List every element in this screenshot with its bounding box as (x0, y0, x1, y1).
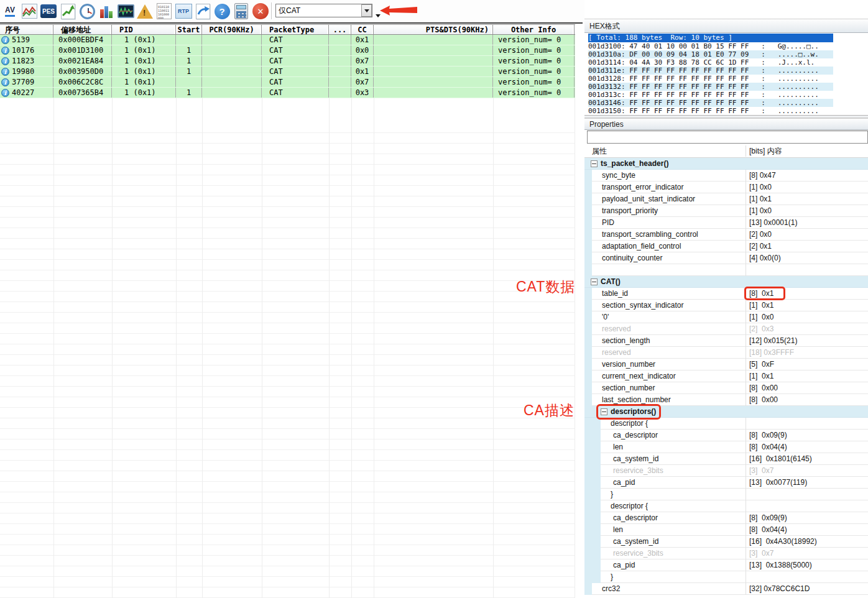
rtp-icon[interactable]: RTP (175, 2, 192, 20)
packet-filter-dropdown[interactable]: 仅CAT (275, 4, 372, 17)
property-row[interactable]: ca_descriptor[8] 0x09(9) (584, 512, 868, 524)
property-row[interactable]: current_next_indicator[1] 0x1 (584, 370, 868, 382)
property-name: section_syntax_indicator (602, 301, 683, 310)
cell-pid: 1 (0x1) (112, 56, 176, 66)
warning-icon[interactable]: ! (136, 2, 154, 20)
column-header-cc[interactable]: CC (351, 25, 374, 34)
property-row[interactable]: ca_pid[13] 0x0077(119) (584, 477, 868, 489)
pes-icon[interactable]: PES (40, 2, 57, 20)
info-icon[interactable]: i (1, 68, 9, 76)
cell-more (329, 88, 351, 98)
hex-row[interactable]: 001d313c: FF FF FF FF FF FF FF FF FF FF … (588, 91, 833, 99)
info-icon[interactable]: i (1, 47, 9, 55)
column-header-more[interactable]: ... (329, 25, 351, 34)
property-row[interactable]: transport_error_indicator[1] 0x0 (584, 182, 868, 193)
hex-row[interactable]: 001d3132: FF FF FF FF FF FF FF FF FF FF … (588, 83, 833, 91)
property-row[interactable]: adaptation_field_control[2] 0x1 (584, 241, 868, 252)
tree-indent (584, 524, 592, 536)
property-row[interactable]: '0'[1] 0x0 (584, 311, 868, 323)
property-group-row[interactable]: descriptors() (584, 406, 868, 418)
property-row[interactable]: section_number[8] 0x00 (584, 382, 868, 394)
property-row[interactable]: ca_system_id[16] 0x4A30(18992) (584, 536, 868, 548)
property-row[interactable]: transport_scrambling_control[2] 0x0 (584, 229, 868, 241)
table-row[interactable]: i11823 0x0021EA84 1 (0x1) 1 CAT 0x7 vers… (0, 56, 575, 67)
hex-row[interactable]: 001d3114: 04 4A 30 F3 88 78 CC 6C 1D FF … (588, 58, 833, 67)
hex-row[interactable]: 001d3150: FF FF FF FF FF FF FF FF FF FF … (588, 107, 833, 114)
property-row[interactable]: ca_system_id[16] 0x1801(6145) (584, 453, 868, 465)
hex-summary-row[interactable]: [ Total: 188 bytes Row: 10 bytes ] (588, 34, 833, 42)
property-row[interactable]: } (584, 571, 868, 583)
column-header-seq[interactable]: 序号 (0, 25, 53, 34)
column-header-offset[interactable]: 偏移地址 (53, 25, 112, 34)
property-row[interactable]: section_length[12] 0x015(21) (584, 335, 868, 347)
psi-chart-icon[interactable] (21, 2, 38, 20)
hex-row[interactable]: 001d3100: 47 40 01 10 00 01 B0 15 FF FF … (588, 42, 833, 50)
column-header-packettype[interactable]: PacketType (262, 25, 329, 34)
grid-line (351, 98, 352, 598)
bitrate-trend-icon[interactable] (59, 2, 76, 20)
property-row[interactable]: reservice_3bits[3] 0x7 (584, 465, 868, 477)
property-row[interactable]: continuity_counter[4] 0x0(0) (584, 252, 868, 264)
table-row[interactable]: i19980 0x003950D0 1 (0x1) 1 CAT 0x1 vers… (0, 67, 575, 77)
property-row[interactable]: payload_unit_start_indicator[1] 0x1 (584, 193, 868, 205)
property-row[interactable]: reserved[18] 0x3FFFF (584, 347, 868, 359)
property-group-row[interactable]: CAT() (584, 276, 868, 288)
hex-row[interactable]: 001d3146: FF FF FF FF FF FF FF FF FF FF … (588, 99, 833, 107)
properties-col-divider[interactable] (746, 145, 746, 157)
hex-dump-list[interactable]: [ Total: 188 bytes Row: 10 bytes ] 001d3… (588, 34, 833, 114)
property-name: adaptation_field_control (602, 242, 681, 251)
tree-indent (584, 512, 592, 524)
export-icon[interactable] (194, 2, 211, 20)
info-icon[interactable]: i (1, 89, 9, 97)
property-value: [13] 0x1388(5000) (749, 561, 812, 569)
help-icon[interactable]: ? (213, 2, 231, 20)
column-header-otherinfo[interactable]: Other Info (493, 25, 575, 34)
property-row[interactable]: PID[13] 0x0001(1) (584, 217, 868, 229)
chevron-down-icon[interactable] (361, 4, 372, 17)
info-icon[interactable]: i (1, 78, 9, 86)
table-row[interactable]: i37709 0x006C2C8C 1 (0x1) CAT 0x7 versio… (0, 77, 575, 88)
column-header-pid[interactable]: PID (112, 25, 176, 34)
info-icon[interactable]: i (1, 36, 9, 44)
av-sync-icon[interactable]: AV (1, 2, 19, 20)
cell-seq: i5139 (0, 35, 53, 45)
collapse-minus-icon[interactable] (591, 160, 598, 167)
column-header-start[interactable]: Start (176, 25, 202, 34)
column-header-pcr[interactable]: PCR(90KHz) (202, 25, 262, 34)
hex-row[interactable]: 001d3128: FF FF FF FF FF FF FF FF FF FF … (588, 75, 833, 83)
waveform-monitor-icon[interactable] (117, 2, 134, 20)
property-row[interactable]: version_number[5] 0xF (584, 359, 868, 370)
property-row[interactable]: reservice_3bits[3] 0x7 (584, 548, 868, 559)
hex-row[interactable]: 001d310a: DF 00 00 09 04 18 01 E0 77 09 … (588, 50, 833, 58)
pcr-clock-icon[interactable] (78, 2, 96, 20)
info-icon[interactable]: i (1, 57, 9, 65)
property-group-row[interactable]: ts_packet_header() (584, 158, 868, 170)
calculator-icon[interactable] (233, 2, 250, 20)
property-row[interactable]: ca_pid[13] 0x1388(5000) (584, 559, 868, 571)
table-row[interactable]: i10176 0x001D3100 1 (0x1) 1 CAT 0x0 vers… (0, 45, 575, 56)
cell-otherinfo: version_num= 0 (493, 77, 575, 87)
grid-line (374, 98, 374, 598)
property-row[interactable]: section_syntax_indicator[1] 0x1 (584, 300, 868, 311)
property-row[interactable]: table_id[8] 0x1 (584, 288, 868, 300)
property-row[interactable]: ca_descriptor[8] 0x09(9) (584, 430, 868, 441)
property-row[interactable]: sync_byte[8] 0x47 (584, 170, 868, 182)
binary-data-icon[interactable]: 010110 110011 101000 000 (155, 2, 173, 20)
table-row[interactable]: i40227 0x007365B4 1 (0x1) 1 CAT 0x3 vers… (0, 88, 575, 98)
property-row[interactable]: len[8] 0x04(4) (584, 524, 868, 536)
table-row[interactable]: i5139 0x000EBDF4 1 (0x1) CAT 0x1 version… (0, 35, 575, 45)
column-header-ptsdts[interactable]: PTS&DTS(90KHz) (374, 25, 493, 34)
property-row[interactable]: } (584, 489, 868, 500)
collapse-minus-icon[interactable] (591, 278, 598, 285)
stop-icon[interactable]: ✕ (252, 2, 269, 20)
property-row[interactable]: reserved[2] 0x3 (584, 323, 868, 335)
property-value: [1] 0x1 (749, 195, 772, 203)
property-row[interactable] (584, 264, 868, 276)
hex-row[interactable]: 001d311e: FF FF FF FF FF FF FF FF FF FF … (588, 67, 833, 75)
statistics-bars-icon[interactable] (98, 2, 115, 20)
property-row[interactable]: transport_priority[1] 0x0 (584, 205, 868, 217)
property-row[interactable]: descriptor { (584, 500, 868, 512)
property-row[interactable]: len[8] 0x04(4) (584, 441, 868, 453)
properties-filter-input[interactable] (587, 131, 868, 144)
property-row[interactable]: crc32[32] 0x78CC6C1D (584, 583, 868, 595)
